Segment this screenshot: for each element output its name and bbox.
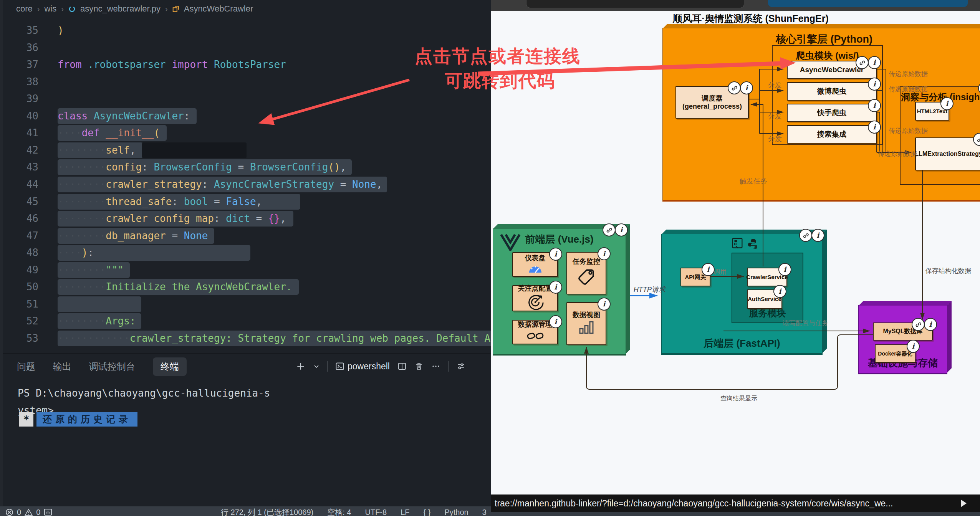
info-icon[interactable]: i (868, 56, 881, 69)
info-icon[interactable]: i (778, 263, 791, 276)
info-icon[interactable]: i (924, 318, 937, 331)
node-微博爬虫[interactable]: 微博爬虫i (787, 82, 877, 101)
code-line-53[interactable]: 53············crawler_strategy: Strategy… (3, 330, 494, 347)
diagram-pane: 顺风耳·舆情监测系统 (ShunFengEr) 核心引擎层 (Python)爬虫… (491, 0, 980, 512)
node-搜索集成[interactable]: 搜索集成i (787, 125, 877, 144)
plus-icon[interactable] (296, 361, 306, 371)
info-icon[interactable]: i (868, 78, 881, 91)
node-AsyncWebCrawler[interactable]: AsyncWebCrawleri (787, 61, 877, 79)
node-CrawlerService[interactable]: CrawlerServicei (747, 268, 787, 286)
code-line-43[interactable]: 43········config: BrowserConfig = Browse… (3, 159, 494, 176)
info-glyph: i (745, 84, 748, 91)
info-icon[interactable]: i (868, 121, 881, 134)
link-icon[interactable] (912, 318, 925, 331)
node-LLMExtractionStrategy[interactable]: LLMExtractionStrategy (915, 137, 980, 170)
ports-icon[interactable] (44, 508, 52, 516)
ellipsis-icon[interactable] (431, 362, 440, 371)
info-icon[interactable]: i (615, 223, 628, 237)
info-icon[interactable]: i (549, 281, 562, 294)
selection-highlight (58, 296, 141, 312)
code-line-46[interactable]: 46········crawler_config_map: dict = {}, (3, 210, 494, 227)
trash-icon[interactable] (414, 362, 424, 371)
code-line-49[interactable]: 49········""" (3, 261, 494, 279)
code-token: import (172, 59, 208, 70)
node-数据源管理[interactable]: 数据源管理i (512, 320, 558, 344)
terminal-tab-问题[interactable]: 问题 (17, 361, 35, 373)
link-icon[interactable] (799, 229, 812, 242)
code-line-37[interactable]: 37from .robotsparser import RobotsParser (3, 56, 494, 73)
edge-label: 查询结果显示 (720, 395, 757, 403)
link-icon[interactable] (728, 81, 741, 94)
node-AuthService[interactable]: AuthServicei (747, 289, 782, 309)
info-icon[interactable]: i (811, 229, 824, 242)
node-label: 数据视图 (573, 311, 600, 319)
code-line-36[interactable]: 36 (3, 39, 494, 56)
code-line-45[interactable]: 45········thread_safe: bool = False, (3, 193, 494, 210)
play-icon[interactable] (961, 499, 967, 507)
statusbar-item[interactable]: LF (401, 508, 409, 516)
code-line-44[interactable]: 44········crawler_strategy: AsyncCrawler… (3, 176, 494, 193)
toolbar-separator (448, 361, 449, 372)
edge-label: 触发任务 (740, 177, 767, 186)
container-服务模块[interactable]: 服务模块 (732, 253, 803, 323)
node-仪表盘[interactable]: 仪表盘i (512, 252, 558, 277)
info-icon[interactable]: i (549, 315, 562, 328)
code-line-48[interactable]: 48····): (3, 244, 494, 261)
code-line-38[interactable]: 38 (3, 73, 494, 91)
statusbar-problems[interactable]: 00 (5, 506, 52, 516)
code-editor[interactable]: 35)3637from .robotsparser import RobotsP… (3, 0, 494, 353)
node-任务监控[interactable]: 任务监控i (566, 252, 606, 294)
info-glyph: i (873, 81, 876, 88)
info-icon[interactable]: i (740, 81, 753, 94)
node-关注点配置[interactable]: 关注点配置i (512, 285, 558, 311)
code-token: bool (184, 196, 208, 207)
statusbar-item[interactable]: UTF-8 (365, 508, 387, 516)
error-circle-icon[interactable] (5, 508, 13, 516)
chevron-down-icon[interactable] (313, 363, 319, 369)
edge-label: 传递原始数据 (878, 149, 917, 158)
info-icon[interactable]: i (598, 298, 611, 311)
warning-triangle-icon[interactable] (25, 508, 33, 516)
split-icon[interactable] (397, 362, 407, 371)
statusbar-item[interactable]: { } (423, 508, 430, 516)
code-line-47[interactable]: 47········db_manager = None (3, 227, 494, 245)
statusbar-item[interactable]: Python (444, 508, 468, 516)
sliders-icon[interactable] (456, 362, 465, 371)
line-number: 50 (3, 278, 38, 296)
code-line-42[interactable]: 42········self, (3, 142, 494, 159)
node-快手爬虫[interactable]: 快手爬虫i (787, 104, 877, 122)
info-icon[interactable]: i (549, 248, 562, 261)
info-icon[interactable]: i (598, 247, 611, 260)
code-token: from (58, 59, 82, 70)
code-line-40[interactable]: 40class AsyncWebCrawler: (3, 108, 494, 125)
terminal-icon[interactable]: powershell (335, 361, 390, 372)
terminal-tab-调试控制台[interactable]: 调试控制台 (89, 361, 135, 373)
code-line-51[interactable]: 51 (3, 296, 494, 313)
code-line-52[interactable]: 52········Args: (3, 313, 494, 330)
node-调度器 (general_process)[interactable]: 调度器 (general_process)i (675, 86, 749, 119)
statusbar-item[interactable]: 3 (482, 508, 487, 516)
code-line-41[interactable]: 41····def __init__( (3, 124, 494, 142)
info-icon[interactable]: i (940, 97, 954, 110)
info-icon[interactable]: i (773, 285, 786, 298)
link-icon[interactable] (603, 223, 616, 237)
code-text: ····def __init__( (58, 124, 160, 142)
node-API网关[interactable]: API网关i (680, 268, 710, 286)
statusbar-item[interactable]: 行 272, 列 1 (已选择10069) (221, 507, 313, 516)
terminal-tab-输出[interactable]: 输出 (53, 361, 71, 373)
node-HTML2Text[interactable]: HTML2Texti (915, 102, 949, 121)
node-数据视图[interactable]: 数据视图i (566, 302, 606, 345)
code-token: ········ (58, 230, 106, 241)
info-icon[interactable]: i (868, 99, 881, 112)
code-line-35[interactable]: 35) (3, 22, 494, 39)
terminal-tab-终端[interactable]: 终端 (153, 357, 187, 376)
info-icon[interactable]: i (702, 263, 715, 276)
link-icon[interactable] (856, 56, 869, 69)
node-Docker容器化[interactable]: Docker容器化i (875, 344, 915, 363)
blue-button[interactable] (768, 0, 968, 7)
code-line-39[interactable]: 39 (3, 90, 494, 108)
info-icon[interactable]: i (907, 340, 920, 353)
node-MySQL数据库[interactable]: MySQL数据库i (873, 322, 933, 341)
code-line-50[interactable]: 50········Initialize the AsyncWebCrawler… (3, 278, 494, 296)
statusbar-item[interactable]: 空格: 4 (327, 507, 351, 516)
